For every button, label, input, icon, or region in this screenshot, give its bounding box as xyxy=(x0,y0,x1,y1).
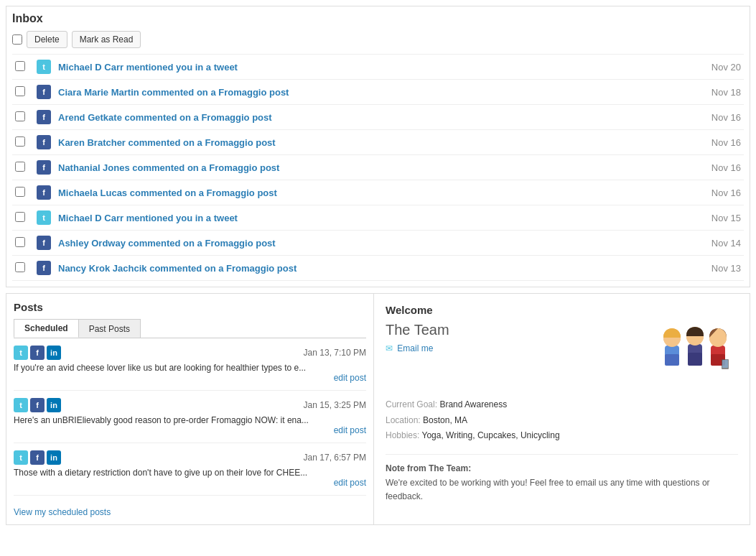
row-checkbox[interactable] xyxy=(15,111,25,121)
table-row: f Michaela Lucas commented on a Fromaggi… xyxy=(12,180,744,205)
row-checkbox-cell xyxy=(12,130,34,155)
message-cell: Arend Getkate commented on a Fromaggio p… xyxy=(55,105,657,130)
row-checkbox-cell xyxy=(12,105,34,130)
table-row: f Ciara Marie Martin commented on a From… xyxy=(12,80,744,105)
mark-read-button[interactable]: Mark as Read xyxy=(72,31,141,48)
post-icons: tfin xyxy=(14,346,61,360)
post-date: Jan 15, 3:25 PM xyxy=(304,400,366,410)
message-cell: Michael D Carr mentioned you in a tweet xyxy=(55,55,657,80)
row-checkbox[interactable] xyxy=(15,86,25,96)
post-item: tfin Jan 17, 6:57 PM Those with a dietar… xyxy=(14,450,366,496)
note-text: We're excited to be working with you! Fe… xyxy=(386,476,738,504)
message-cell: Karen Bratcher commented on a Fromaggio … xyxy=(55,130,657,155)
row-checkbox-cell xyxy=(12,205,34,231)
row-checkbox-cell xyxy=(12,256,34,281)
date-cell: Nov 16 xyxy=(657,130,744,155)
post-header: tfin Jan 13, 7:10 PM xyxy=(14,346,366,360)
linkedin-icon: in xyxy=(47,450,61,465)
message-cell: Ciara Marie Martin commented on a Fromag… xyxy=(55,80,657,105)
table-row: f Karen Bratcher commented on a Fromaggi… xyxy=(12,130,744,155)
twitter-icon: t xyxy=(37,60,51,74)
posts-title: Posts xyxy=(14,301,366,313)
facebook-icon: f xyxy=(37,261,51,275)
date-cell: Nov 18 xyxy=(657,80,744,105)
facebook-icon: f xyxy=(30,450,45,465)
row-checkbox[interactable] xyxy=(15,212,25,222)
date-cell: Nov 16 xyxy=(657,180,744,205)
row-checkbox[interactable] xyxy=(15,187,25,197)
table-row: t Michael D Carr mentioned you in a twee… xyxy=(12,205,744,231)
welcome-title: Welcome xyxy=(386,304,738,316)
message-link[interactable]: Michael D Carr mentioned you in a tweet xyxy=(58,62,238,73)
post-text: If you're an avid cheese lover like us b… xyxy=(14,363,322,373)
view-scheduled-link[interactable]: View my scheduled posts xyxy=(14,507,111,517)
message-cell: Michael D Carr mentioned you in a tweet xyxy=(55,205,657,231)
message-link[interactable]: Michael D Carr mentioned you in a tweet xyxy=(58,213,238,223)
row-checkbox-cell xyxy=(12,80,34,105)
table-row: f Nathanial Jones commented on a Fromagg… xyxy=(12,155,744,180)
twitter-icon: t xyxy=(37,210,51,225)
row-checkbox[interactable] xyxy=(15,61,25,71)
date-cell: Nov 14 xyxy=(657,231,744,256)
team-name: The Team xyxy=(386,322,449,338)
date-cell: Nov 15 xyxy=(657,205,744,231)
inbox-section: Inbox Delete Mark as Read t Michael D Ca… xyxy=(6,6,750,287)
message-link[interactable]: Michaela Lucas commented on a Fromaggio … xyxy=(58,187,277,198)
svg-rect-9 xyxy=(665,354,679,366)
date-cell: Nov 16 xyxy=(657,155,744,180)
row-checkbox-cell xyxy=(12,55,34,80)
select-all-checkbox[interactable] xyxy=(12,34,22,45)
email-icon: ✉ xyxy=(386,343,393,353)
email-link[interactable]: ✉ Email me xyxy=(386,343,433,353)
post-item: tfin Jan 13, 7:10 PM If you're an avid c… xyxy=(14,346,366,391)
post-item: tfin Jan 15, 3:25 PM Here's an unBRIElie… xyxy=(14,398,366,443)
row-checkbox-cell xyxy=(12,180,34,205)
message-link[interactable]: Ciara Marie Martin commented on a Fromag… xyxy=(58,87,289,98)
posts-section: Posts Scheduled Past Posts tfin Jan 13, … xyxy=(6,294,374,524)
facebook-icon: f xyxy=(30,398,45,412)
post-text: Those with a dietary restriction don't h… xyxy=(14,468,322,478)
message-link[interactable]: Nancy Krok Jachcik commented on a Fromag… xyxy=(58,263,297,274)
team-avatar xyxy=(652,322,738,389)
edit-post-link[interactable]: edit post xyxy=(334,425,366,435)
message-link[interactable]: Nathanial Jones commented on a Fromaggio… xyxy=(58,162,279,173)
row-checkbox[interactable] xyxy=(15,162,25,172)
post-header: tfin Jan 17, 6:57 PM xyxy=(14,450,366,465)
row-checkbox[interactable] xyxy=(15,237,25,247)
social-icon-cell: f xyxy=(34,130,55,155)
message-link[interactable]: Karen Bratcher commented on a Fromaggio … xyxy=(58,137,276,148)
edit-post-link[interactable]: edit post xyxy=(334,478,366,488)
bottom-row: Posts Scheduled Past Posts tfin Jan 13, … xyxy=(6,293,750,525)
social-icon-cell: t xyxy=(34,55,55,80)
inbox-toolbar: Delete Mark as Read xyxy=(12,31,744,48)
team-details: Current Goal: Brand Awareness Location: … xyxy=(386,397,738,444)
row-checkbox[interactable] xyxy=(15,262,25,272)
posts-tabs: Scheduled Past Posts xyxy=(14,319,366,338)
table-row: f Nancy Krok Jachcik commented on a From… xyxy=(12,256,744,281)
social-icon-cell: f xyxy=(34,105,55,130)
post-text: Here's an unBRIElievably good reason to … xyxy=(14,415,322,425)
social-icon-cell: f xyxy=(34,180,55,205)
tab-past-posts[interactable]: Past Posts xyxy=(78,319,141,338)
tab-scheduled[interactable]: Scheduled xyxy=(14,319,79,338)
delete-button[interactable]: Delete xyxy=(27,31,67,48)
linkedin-icon: in xyxy=(47,398,61,412)
social-icon-cell: t xyxy=(34,205,55,231)
team-info-block: The Team ✉ Email me xyxy=(386,322,449,353)
facebook-icon: f xyxy=(37,160,51,175)
edit-post-link[interactable]: edit post xyxy=(334,373,366,383)
twitter-icon: t xyxy=(14,346,28,360)
date-cell: Nov 20 xyxy=(657,55,744,80)
inbox-table: t Michael D Carr mentioned you in a twee… xyxy=(12,54,744,281)
facebook-icon: f xyxy=(37,110,51,124)
welcome-section: Welcome The Team ✉ Email me xyxy=(374,294,750,524)
linkedin-icon: in xyxy=(47,346,61,360)
table-row: f Arend Getkate commented on a Fromaggio… xyxy=(12,105,744,130)
message-cell: Ashley Ordway commented on a Fromaggio p… xyxy=(55,231,657,256)
row-checkbox-cell xyxy=(12,155,34,180)
row-checkbox[interactable] xyxy=(15,136,25,147)
message-link[interactable]: Arend Getkate commented on a Fromaggio p… xyxy=(58,112,272,123)
post-edit: edit post xyxy=(14,373,366,383)
message-link[interactable]: Ashley Ordway commented on a Fromaggio p… xyxy=(58,238,276,249)
scheduled-posts-container: tfin Jan 13, 7:10 PM If you're an avid c… xyxy=(14,346,366,496)
